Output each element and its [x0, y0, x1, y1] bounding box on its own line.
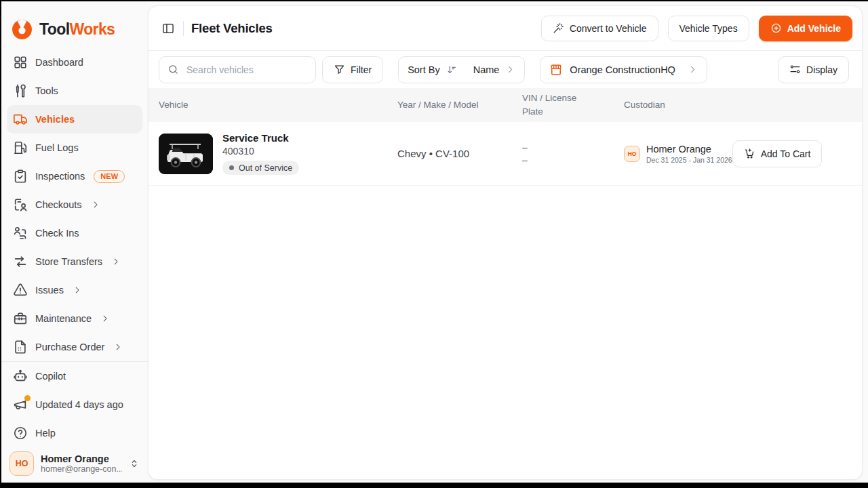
- sidebar-item-label: Vehicles: [35, 114, 75, 125]
- help-circle-icon: [13, 426, 28, 441]
- convert-to-vehicle-label: Convert to Vehicle: [570, 23, 647, 34]
- display-button[interactable]: Display: [778, 56, 849, 83]
- search-input[interactable]: [185, 64, 307, 76]
- checkin-icon: [13, 226, 28, 241]
- chevron-right-icon: [100, 314, 110, 323]
- toolbox-icon: [13, 311, 28, 326]
- sidebar-footer-item-label: Help: [35, 428, 56, 439]
- page-title: Fleet Vehicles: [191, 21, 273, 36]
- sort-selector[interactable]: Sort By Name: [398, 56, 525, 83]
- user-name: Homer Orange: [41, 453, 122, 464]
- chevron-right-icon: [73, 285, 82, 295]
- sidebar-item-label: Store Transfers: [35, 256, 102, 267]
- truck-icon: [13, 112, 28, 127]
- wand-icon: [553, 22, 564, 34]
- chevrons-up-down-icon: [129, 458, 140, 469]
- sidebar-item-label: Dashboard: [35, 57, 83, 68]
- storefront-icon: [549, 63, 563, 77]
- sidebar-item-tools[interactable]: Tools: [7, 77, 142, 105]
- display-label: Display: [806, 64, 837, 75]
- table-header: VehicleYear / Make / ModelVIN / License …: [149, 88, 862, 122]
- app-window: ToolWorks DashboardToolsVehiclesFuel Log…: [1, 1, 868, 483]
- chevron-right-icon: [113, 342, 123, 352]
- sidebar-item-dashboard[interactable]: Dashboard: [7, 48, 142, 77]
- sidebar-item-label: Inspections: [35, 171, 85, 182]
- vin-license-cell: – –: [522, 141, 624, 167]
- sidebar-footer-item-updated-4-days-ago[interactable]: Updated 4 days ago: [7, 390, 142, 419]
- new-badge: NEW: [94, 170, 125, 183]
- add-vehicle-button[interactable]: Add Vehicle: [759, 16, 852, 41]
- column-header-year-make-model: Year / Make / Model: [397, 98, 522, 112]
- column-header-vehicle: Vehicle: [159, 98, 397, 112]
- vehicle-asset-id: 400310: [222, 146, 299, 157]
- sidebar-item-fuel-logs[interactable]: Fuel Logs: [7, 134, 142, 162]
- add-vehicle-label: Add Vehicle: [787, 23, 841, 34]
- sidebar-item-maintenance[interactable]: Maintenance: [7, 304, 142, 333]
- user-email: homer@orange-con...: [41, 464, 122, 474]
- plus-circle-icon: [770, 22, 782, 34]
- sidebar-item-store-transfers[interactable]: Store Transfers: [7, 247, 142, 276]
- vehicle-types-button[interactable]: Vehicle Types: [668, 16, 749, 41]
- status-dot-icon: [229, 165, 234, 170]
- sidebar-footer-item-copilot[interactable]: Copilot: [7, 362, 142, 390]
- toolworks-logo-icon: [11, 18, 33, 41]
- checkout-icon: [13, 197, 28, 212]
- table-row[interactable]: Service Truck 400310 Out of Service Chev…: [149, 122, 862, 186]
- sort-value: Name: [473, 64, 500, 75]
- chevron-right-icon: [688, 64, 698, 75]
- cart-plus-icon: [744, 148, 755, 159]
- bot-icon: [13, 369, 28, 384]
- header-actions: Convert to Vehicle Vehicle Types Add Veh…: [541, 16, 852, 41]
- sidebar-item-inspections[interactable]: InspectionsNEW: [7, 162, 142, 190]
- sidebar-item-purchase-order[interactable]: Purchase Order: [7, 333, 142, 361]
- sidebar-item-vehicles[interactable]: Vehicles: [7, 105, 142, 134]
- vehicle-thumbnail: [159, 134, 213, 174]
- column-header-custodian: Custodian: [624, 98, 862, 112]
- custodian-avatar: HO: [624, 146, 640, 162]
- user-info: Homer Orange homer@orange-con...: [41, 453, 122, 474]
- vehicle-name: Service Truck: [222, 132, 299, 144]
- sidebar-nav: DashboardToolsVehiclesFuel LogsInspectio…: [7, 48, 142, 361]
- year-make-model-cell: Chevy • CV-100: [397, 148, 522, 159]
- sidebar-item-issues[interactable]: Issues: [7, 276, 142, 304]
- sidebar-toggle-button[interactable]: [158, 18, 178, 39]
- search-icon: [167, 64, 179, 75]
- clipboard-check-icon: [13, 169, 28, 184]
- store-selector-label: Orange ConstructionHQ: [570, 64, 675, 75]
- license-plate-value: –: [522, 154, 624, 167]
- vehicle-types-label: Vehicle Types: [679, 23, 738, 34]
- brand-name-primary: Tool: [39, 20, 69, 38]
- convert-to-vehicle-button[interactable]: Convert to Vehicle: [541, 16, 658, 41]
- sidebar-item-checkouts[interactable]: Checkouts: [7, 190, 142, 219]
- sidebar-item-label: Check Ins: [35, 228, 79, 239]
- toolbar: Filter Sort By Name Orange ConstructionH…: [149, 51, 862, 88]
- fuel-icon: [13, 140, 28, 155]
- transfer-icon: [13, 254, 28, 269]
- panel-left-icon: [161, 22, 175, 35]
- chevron-right-icon: [111, 257, 121, 266]
- vehicle-cell: Service Truck 400310 Out of Service: [159, 132, 397, 175]
- chevron-right-icon: [505, 64, 515, 75]
- megaphone-icon: [13, 397, 28, 412]
- vehicle-info: Service Truck 400310 Out of Service: [222, 132, 299, 175]
- sort-label: Sort By: [408, 64, 440, 75]
- page-header: Fleet Vehicles Convert to Vehicle Vehicl…: [149, 6, 862, 51]
- filter-label: Filter: [351, 64, 372, 75]
- filter-button[interactable]: Filter: [322, 56, 383, 83]
- add-to-cart-button[interactable]: Add To Cart: [732, 140, 823, 167]
- user-menu[interactable]: HO Homer Orange homer@orange-con...: [7, 451, 142, 476]
- custodian-name: Homer Orange: [646, 144, 732, 155]
- user-avatar: HO: [9, 451, 34, 476]
- main-content: Fleet Vehicles Convert to Vehicle Vehicl…: [148, 5, 863, 480]
- brand-logo[interactable]: ToolWorks: [7, 15, 142, 43]
- vin-value: –: [522, 141, 624, 154]
- custodian-period: Dec 31 2025 - Jan 31 2026: [646, 156, 732, 164]
- truck-photo: [159, 134, 213, 174]
- sidebar-item-label: Fuel Logs: [35, 142, 79, 153]
- store-selector[interactable]: Orange ConstructionHQ: [540, 56, 707, 83]
- header-divider: [183, 21, 184, 36]
- add-to-cart-label: Add To Cart: [761, 148, 811, 159]
- sidebar-item-check-ins[interactable]: Check Ins: [7, 219, 142, 247]
- tools-icon: [13, 83, 28, 98]
- sidebar-footer-item-help[interactable]: Help: [7, 419, 142, 447]
